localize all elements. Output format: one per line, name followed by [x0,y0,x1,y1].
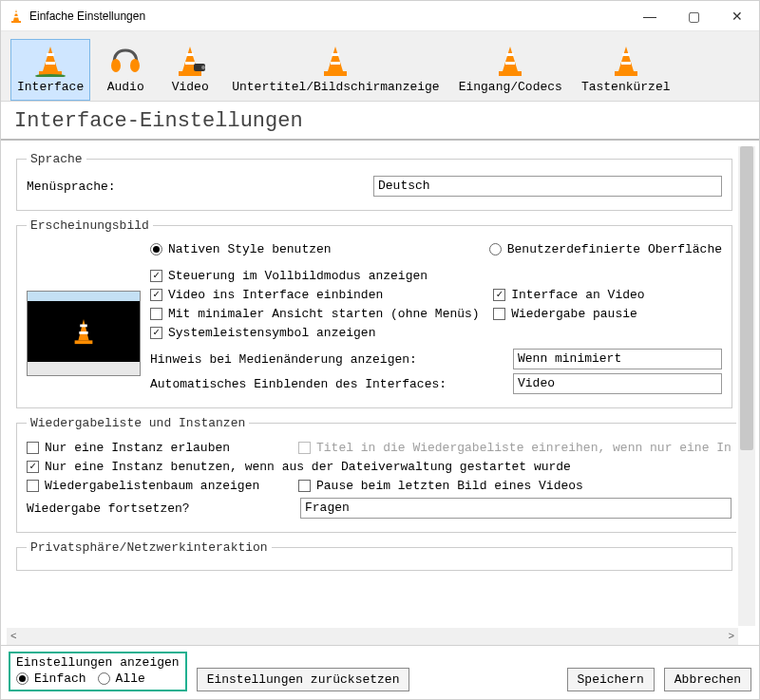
svg-rect-7 [46,62,55,65]
checkbox-icon [27,480,39,492]
privacy-legend: Privatsphäre/Netzwerkinteraktion [27,540,272,555]
svg-marker-29 [78,319,88,341]
window-buttons: — ▢ ✕ [628,1,759,31]
fullscreen-control-checkbox[interactable]: Steuerung im Vollbildmodus anzeigen [150,269,493,283]
minimize-button[interactable]: — [628,1,672,31]
minimal-view-checkbox[interactable]: Mit minimaler Ansicht starten (ohne Menü… [150,307,493,321]
codecs-icon [487,44,533,78]
custom-ui-radio[interactable]: Benutzerdefinierte Oberfläche [489,242,722,256]
horizontal-scrollbar[interactable]: <> [7,628,738,645]
subtitles-icon [313,44,358,78]
svg-marker-4 [43,47,58,71]
media-change-select[interactable]: Wenn minimiert [513,349,722,369]
scrollbar-thumb[interactable] [740,146,753,450]
tab-input-codecs[interactable]: Eingang/Codecs [452,39,569,101]
svg-point-16 [201,66,205,69]
save-button[interactable]: Speichern [567,668,655,691]
one-instance-filemanager-checkbox[interactable]: Nur eine Instanz benutzen, wenn aus der … [27,460,732,474]
appearance-group: Erscheinungsbild Nativen Style benutzen … [16,218,732,408]
preview-column [27,264,150,398]
scroll-right-icon[interactable]: > [728,631,734,642]
content: Sprache Menüsprache: Deutsch Erscheinung… [7,146,736,626]
tab-label: Untertitel/Bildschirmanzeige [232,80,439,94]
bottom-bar: Einstellungen anzeigen Einfach Alle Eins… [1,645,759,699]
svg-rect-1 [11,21,21,23]
svg-rect-24 [505,62,515,65]
show-settings-group: Einstellungen anzeigen Einfach Alle [9,652,187,691]
svg-rect-14 [185,62,195,65]
svg-rect-31 [80,325,87,328]
auto-raise-select[interactable]: Video [513,373,722,394]
resize-interface-checkbox[interactable]: Interface an Video [493,288,722,302]
radio-icon [150,243,162,255]
scroll-left-icon[interactable]: < [10,631,17,642]
checkbox-icon [150,289,162,301]
radio-icon [16,672,28,685]
tab-audio[interactable]: Audio [96,39,155,101]
svg-rect-22 [499,71,522,76]
svg-rect-30 [75,340,93,344]
playlist-tree-checkbox[interactable]: Wiedergabelistenbaum anzeigen [27,479,293,493]
continue-playback-select[interactable]: Fragen [300,498,732,519]
playlist-legend: Wiedergabeliste und Instanzen [27,416,249,430]
playlist-group: Wiedergabeliste und Instanzen Nur eine I… [16,416,736,533]
one-instance-checkbox[interactable]: Nur eine Instanz erlauben [27,441,293,455]
svg-rect-2 [15,12,18,14]
reset-button[interactable]: Einstellungen zurücksetzen [197,668,410,691]
checkbox-icon [150,327,162,339]
continue-playback-label: Wiedergabe fortsetzen? [27,501,293,516]
svg-rect-32 [79,331,87,334]
radio-icon [489,243,502,255]
audio-icon [103,44,148,78]
cancel-button[interactable]: Abbrechen [664,668,751,691]
svg-point-9 [111,59,121,72]
scroll-area: Sprache Menüsprache: Deutsch Erscheinung… [7,146,755,645]
svg-rect-6 [47,53,54,56]
language-group: Sprache Menüsprache: Deutsch [16,152,732,211]
svg-marker-25 [618,47,634,71]
pause-last-frame-checkbox[interactable]: Pause beim letzten Bild eines Videos [298,479,583,493]
language-legend: Sprache [27,152,86,166]
embed-video-checkbox[interactable]: Video ins Interface einbinden [150,288,493,302]
svg-rect-23 [506,53,514,56]
all-radio[interactable]: Alle [98,672,145,686]
tab-hotkeys[interactable]: Tastenkürzel [575,39,677,101]
vlc-cone-icon [9,9,24,24]
native-style-radio[interactable]: Nativen Style benutzen [150,242,332,256]
checkbox-icon [493,289,505,301]
window-title: Einfache Einstellungen [29,9,628,23]
svg-rect-18 [324,71,347,76]
menu-language-label: Menüsprache: [27,180,366,194]
svg-rect-13 [186,53,194,56]
video-icon [167,44,213,78]
page-title: Interface-Einstellungen [1,102,759,141]
pause-playback-checkbox[interactable]: Wiedergabe pausie [493,307,722,321]
checkbox-icon [27,461,39,473]
simple-radio[interactable]: Einfach [16,672,86,686]
tab-subtitles[interactable]: Untertitel/Bildschirmanzeige [225,39,446,101]
tab-label: Tastenkürzel [581,80,671,94]
svg-marker-0 [13,9,19,21]
tab-label: Video [172,80,209,94]
menu-language-select[interactable]: Deutsch [373,176,722,197]
svg-rect-3 [14,16,18,18]
svg-rect-20 [331,62,340,65]
svg-rect-28 [621,62,631,65]
checkbox-icon [27,442,39,454]
checkbox-icon [150,308,162,320]
close-button[interactable]: ✕ [715,1,759,31]
svg-point-10 [130,59,140,72]
tab-label: Interface [17,80,84,94]
tab-video[interactable]: Video [161,39,219,101]
systray-checkbox[interactable]: Systemleistensymbol anzeigen [150,326,493,340]
category-toolbar: Interface Audio Video Untertitel/Bildsch… [1,31,759,102]
maximize-button[interactable]: ▢ [672,1,715,31]
appearance-legend: Erscheinungsbild [27,218,153,233]
radio-icon [98,672,110,685]
auto-raise-label: Automatisches Einblenden des Interfaces: [150,377,505,391]
svg-marker-17 [328,47,343,71]
tab-interface[interactable]: Interface [10,39,90,101]
checkbox-icon [150,270,162,282]
vertical-scrollbar[interactable] [738,146,755,626]
interface-preview [27,291,141,376]
